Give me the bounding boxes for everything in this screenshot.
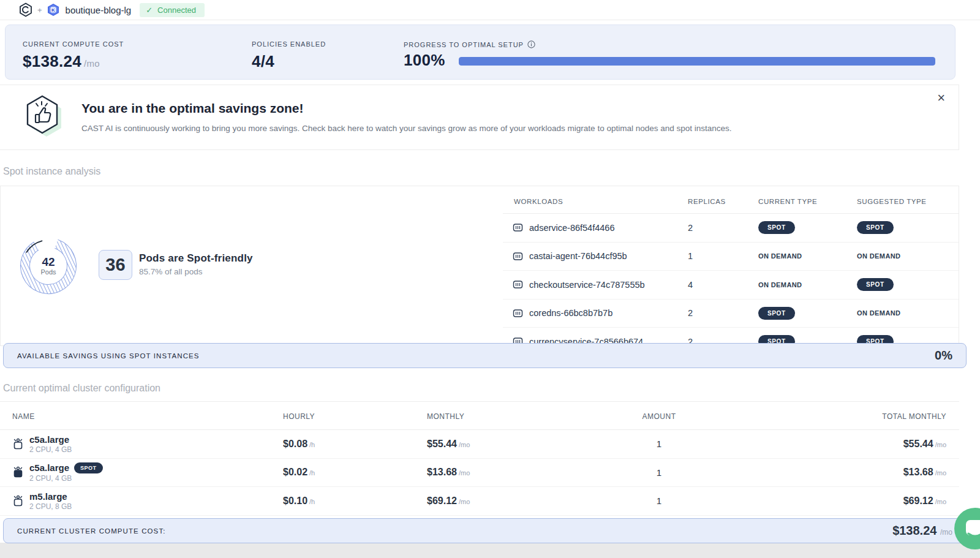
page: + K boutique-blog-lg ✓ Connected CURRENT… — [0, 0, 980, 558]
workload-icon — [513, 251, 523, 262]
workload-name: checkoutservice-74c787555b — [529, 280, 645, 290]
node-total-monthly: $69.12/mo — [903, 487, 946, 515]
cluster-compute-cost-bar: CURRENT CLUSTER COMPUTE COST: $138.24 /m… — [3, 518, 967, 543]
node-icon — [12, 466, 24, 478]
node-specs: 2 CPU, 4 GB — [29, 474, 103, 483]
workload-replicas: 4 — [688, 271, 693, 299]
kubernetes-cluster-icon: K — [47, 3, 60, 17]
node-total-monthly: $55.44/mo — [903, 430, 946, 458]
on-demand-label: ON DEMAND — [857, 309, 900, 317]
info-icon[interactable] — [527, 40, 535, 48]
plus-separator: + — [37, 6, 42, 15]
node-hourly: $0.08/h — [283, 430, 315, 458]
workload-name-cell: checkoutservice-74c787555b — [513, 271, 645, 299]
workload-suggested-type: ON DEMAND — [857, 300, 900, 328]
spot-badge: SPOT — [857, 278, 894, 291]
workload-suggested-type: SPOT — [857, 271, 894, 299]
node-monthly-value: $55.44/mo — [427, 439, 470, 450]
workload-icon — [513, 308, 523, 319]
table-row: coredns-66bc8b7b7b2SPOTON DEMAND — [503, 300, 959, 328]
workloads-table[interactable]: WORKLOADS REPLICAS CURRENT TYPE SUGGESTE… — [503, 186, 959, 345]
node-name-block: m5.large2 CPU, 8 GB — [29, 491, 72, 511]
node-name: m5.large — [29, 491, 67, 502]
optimal-savings-banner: You are in the optimal savings zone! CAS… — [0, 85, 959, 150]
cluster-name: boutique-blog-lg — [66, 5, 132, 15]
node-hourly-value: $0.08/h — [283, 439, 315, 450]
node-hourly: $0.02/h — [283, 459, 315, 487]
spot-friendly-percent: 85.7% of all pods — [139, 267, 203, 276]
available-savings-bar: AVAILABLE SAVINGS USING SPOT INSTANCES 0… — [3, 343, 967, 368]
spot-friendly-headline: Pods are Spot-friendly — [139, 252, 253, 265]
workload-name: coredns-66bc8b7b7b — [529, 308, 612, 318]
banner-title: You are in the optimal savings zone! — [81, 101, 304, 116]
table-row: checkoutservice-74c787555b4ON DEMANDSPOT — [503, 271, 959, 300]
workload-name-cell: adservice-86f54f4466 — [513, 214, 614, 242]
workload-name-cell: castai-agent-76b44cf95b — [513, 243, 627, 271]
node-name-block: c5a.large2 CPU, 4 GB — [29, 434, 72, 454]
node-amount-value: 1 — [657, 467, 662, 478]
node-hourly-value: $0.02/h — [283, 467, 315, 478]
total-bar-value: $138.24 — [892, 524, 937, 537]
summary-stats-card: CURRENT COMPUTE COST $138.24/mo POLICIES… — [5, 25, 956, 80]
node-total-monthly: $13.68/mo — [903, 459, 946, 487]
node-amount-value: 1 — [657, 439, 662, 449]
progress-value: 100% — [404, 51, 445, 70]
policies-value: 4/4 — [252, 52, 274, 71]
progress-bar — [459, 57, 935, 66]
workload-icon — [513, 222, 523, 233]
progress-label: PROGRESS TO OPTIMAL SETUP — [404, 41, 524, 48]
on-demand-label: ON DEMAND — [758, 252, 802, 260]
table-row: c5a.largeSPOT2 CPU, 4 GB$0.02/h$13.68/mo… — [0, 459, 959, 488]
workload-replicas: 2 — [688, 214, 693, 242]
node-monthly-value: $13.68/mo — [427, 467, 470, 478]
workload-replicas: 2 — [688, 300, 693, 328]
compute-cost-value: $138.24 — [23, 52, 81, 70]
table-row: c5a.large2 CPU, 4 GB$0.08/h$55.44/mo1$55… — [0, 430, 959, 459]
donut-total-label: Pods — [40, 268, 56, 276]
spot-badge: SPOT — [758, 221, 795, 234]
check-icon: ✓ — [146, 6, 153, 15]
table-row: castai-agent-76b44cf95b1ON DEMANDON DEMA… — [503, 243, 959, 271]
total-bar-unit: /mo — [940, 528, 952, 537]
policies-label: POLICIES ENABLED — [252, 40, 326, 48]
workloads-table-header: WORKLOADS REPLICAS CURRENT TYPE SUGGESTE… — [503, 186, 959, 214]
node-amount: 1 — [625, 487, 693, 515]
node-monthly-value: $69.12/mo — [427, 496, 470, 507]
node-icon — [12, 438, 24, 450]
donut-total-pods: 42 — [42, 256, 55, 269]
node-name-block: c5a.largeSPOT2 CPU, 4 GB — [29, 462, 103, 483]
col-replicas: REPLICAS — [688, 198, 726, 205]
progress-bar-fill — [459, 57, 935, 66]
node-monthly: $13.68/mo — [427, 459, 470, 487]
node-specs: 2 CPU, 4 GB — [29, 445, 72, 454]
spot-analysis-heading: Spot instance analysis — [3, 166, 100, 177]
spot-analysis-card: 42 Pods 36 Pods are Spot-friendly 85.7% … — [0, 186, 959, 346]
banner-subtitle: CAST AI is continuously working to bring… — [81, 124, 732, 133]
workloads-table-body[interactable]: adservice-86f54f44662SPOTSPOT castai-age… — [503, 214, 959, 346]
node-total-monthly-value: $55.44/mo — [903, 439, 946, 450]
on-demand-label: ON DEMAND — [758, 281, 802, 288]
chat-icon — [965, 519, 980, 538]
node-name-cell: m5.large2 CPU, 8 GB — [12, 487, 72, 515]
workload-current-type: ON DEMAND — [758, 243, 802, 271]
close-icon[interactable]: × — [937, 91, 945, 105]
col-workloads: WORKLOADS — [514, 198, 563, 205]
node-name-cell: c5a.largeSPOT2 CPU, 4 GB — [12, 459, 103, 487]
thumbs-up-hexagon-icon — [22, 92, 67, 144]
workload-suggested-type: ON DEMAND — [857, 243, 900, 271]
cluster-config-heading: Current optimal cluster configuration — [3, 383, 160, 394]
col-monthly: MONTHLY — [427, 412, 464, 421]
on-demand-label: ON DEMAND — [857, 252, 900, 260]
col-name: NAME — [12, 412, 35, 421]
node-amount: 1 — [625, 430, 693, 458]
config-table-body: c5a.large2 CPU, 4 GB$0.08/h$55.44/mo1$55… — [0, 430, 959, 516]
node-name-cell: c5a.large2 CPU, 4 GB — [12, 430, 72, 458]
node-name: c5a.large — [29, 434, 69, 445]
config-table-header: NAME HOURLY MONTHLY AMOUNT TOTAL MONTHLY — [0, 402, 959, 430]
node-monthly: $55.44/mo — [427, 430, 470, 458]
table-row: m5.large2 CPU, 8 GB$0.10/h$69.12/mo1$69.… — [0, 487, 959, 516]
col-hourly: HOURLY — [283, 412, 315, 421]
node-hourly: $0.10/h — [283, 487, 315, 515]
table-row: adservice-86f54f44662SPOTSPOT — [503, 214, 959, 243]
workload-current-type: SPOT — [758, 214, 795, 242]
